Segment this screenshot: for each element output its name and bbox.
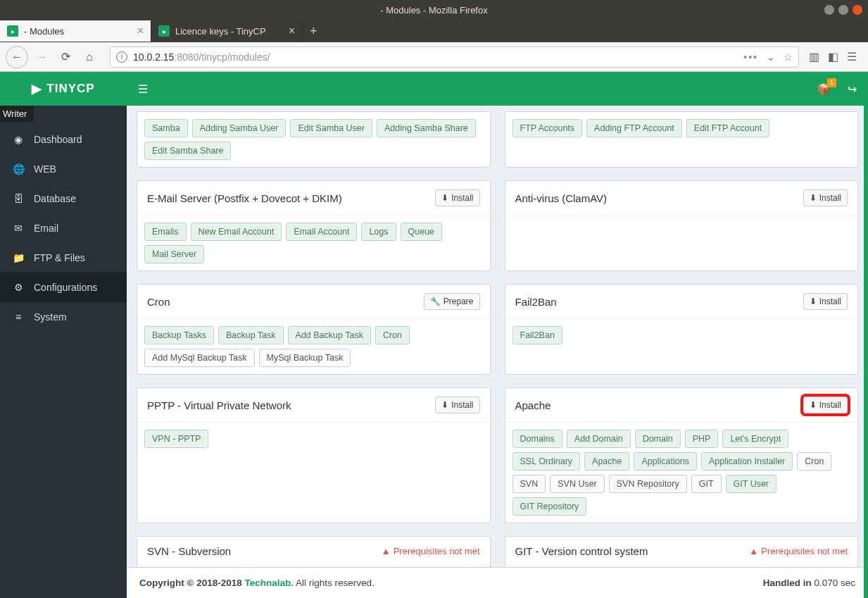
url-bar[interactable]: i 10.0.2.15:8080/tinycp/modules/ ••• ⌄ ☆: [110, 46, 799, 68]
tag-svn[interactable]: SVN: [512, 475, 546, 493]
company-link[interactable]: Technalab.: [245, 578, 294, 588]
menu-icon[interactable]: ☰: [847, 50, 857, 63]
sidebar-item-web[interactable]: 🌐WEB: [0, 154, 127, 184]
tag-domains[interactable]: Domains: [512, 430, 562, 448]
url-host: 10.0.2.15: [133, 51, 174, 63]
home-button[interactable]: ⌂: [79, 46, 100, 68]
tag-edit-samba-share[interactable]: Edit Samba Share: [144, 142, 231, 160]
url-port: :8080: [174, 51, 199, 63]
tag-applications[interactable]: Applications: [634, 452, 696, 471]
tag-emails[interactable]: Emails: [144, 223, 187, 241]
browser-tab-modules[interactable]: ▸ - Modules ×: [0, 20, 151, 42]
nav-icon: ≡: [13, 311, 24, 323]
sidebar: ▶ TINYCP MENU ◉Dashboard🌐WEB🗄Database✉Em…: [0, 72, 127, 598]
brand-text: TINYCP: [46, 82, 94, 96]
tag-application-installer[interactable]: Application Installer: [701, 452, 793, 471]
tag-logs[interactable]: Logs: [361, 223, 396, 241]
brand-logo[interactable]: ▶ TINYCP: [0, 72, 127, 106]
sidebar-item-ftp-files[interactable]: 📁FTP & Files: [0, 243, 127, 273]
tag-mysql-backup-task[interactable]: MySql Backup Task: [259, 349, 351, 367]
sidebar-item-email[interactable]: ✉Email: [0, 213, 127, 243]
pocket-icon[interactable]: ⌄: [767, 51, 775, 63]
back-button[interactable]: ←: [6, 46, 28, 68]
nav-label: System: [34, 311, 67, 323]
card-title: Anti-virus (ClamAV): [515, 192, 608, 204]
install-button[interactable]: ⬇ Install: [803, 397, 848, 413]
tag-edit-ftp-account[interactable]: Edit FTP Account: [686, 119, 769, 137]
tag-new-email-account[interactable]: New Email Account: [191, 223, 282, 241]
tag-ftp-accounts[interactable]: FTP Accounts: [512, 119, 583, 137]
tag-vpn-pptp[interactable]: VPN - PPTP: [144, 430, 208, 448]
forward-button[interactable]: →: [31, 46, 52, 68]
tag-svn-user[interactable]: SVN User: [550, 475, 605, 493]
window-maximize[interactable]: [838, 5, 848, 15]
card-title: GIT - Version control system: [515, 545, 648, 557]
nav-icon: ◉: [13, 134, 24, 145]
tag-cron[interactable]: Cron: [375, 326, 410, 344]
nav-icon: 🌐: [13, 163, 24, 175]
sidebar-item-dashboard[interactable]: ◉Dashboard: [0, 125, 127, 154]
tag-git-user[interactable]: GIT User: [726, 475, 776, 493]
logout-icon[interactable]: ↪: [848, 82, 857, 96]
tag-git[interactable]: GIT: [691, 475, 722, 493]
site-info-icon[interactable]: i: [116, 51, 127, 63]
tag-add-backup-task[interactable]: Add Backup Task: [288, 326, 371, 344]
packages-icon[interactable]: 📦1: [817, 82, 831, 96]
topbar: ☰ 📦1 ↪: [127, 72, 868, 106]
prerequisites-warning: ▲ Prerequisites not met: [382, 546, 480, 556]
window-close[interactable]: [853, 5, 862, 15]
card-pptp: PPTP - Virtual Private Network ⬇ Install…: [137, 387, 491, 523]
tag-samba[interactable]: Samba: [144, 119, 188, 137]
tag-let-s-encrypt[interactable]: Let's Encrypt: [722, 430, 788, 448]
tag-add-domain[interactable]: Add Domain: [567, 430, 631, 448]
install-button[interactable]: ⬇ Install: [803, 189, 848, 206]
scroll-indicator: [864, 106, 868, 598]
tag-fail-ban[interactable]: Fail2Ban: [512, 326, 562, 344]
new-tab-button[interactable]: +: [303, 24, 325, 39]
install-button[interactable]: ⬇ Install: [803, 293, 848, 310]
install-button[interactable]: ⬇ Install: [435, 189, 479, 206]
prepare-button[interactable]: 🔧 Prepare: [424, 293, 480, 310]
nav-label: Database: [34, 193, 76, 204]
tag-adding-samba-share[interactable]: Adding Samba Share: [377, 119, 476, 137]
sidebar-icon[interactable]: ◧: [828, 50, 838, 63]
tag-php[interactable]: PHP: [685, 430, 719, 448]
tab-close-icon[interactable]: ×: [137, 25, 144, 37]
browser-tab-licence[interactable]: ▸ Licence keys - TinyCP ×: [151, 20, 303, 42]
tag-domain[interactable]: Domain: [635, 430, 681, 448]
tab-close-icon[interactable]: ×: [289, 25, 295, 37]
tag-adding-ftp-account[interactable]: Adding FTP Account: [586, 119, 682, 137]
tag-apache[interactable]: Apache: [584, 452, 629, 471]
tag-svn-repository[interactable]: SVN Repository: [609, 475, 687, 493]
window-minimize[interactable]: [824, 5, 834, 15]
tag-ssl-ordinary[interactable]: SSL Ordinary: [512, 452, 581, 471]
sidebar-toggle-icon[interactable]: ☰: [138, 82, 148, 96]
tag-add-mysql-backup-task[interactable]: Add MySql Backup Task: [144, 349, 255, 367]
tag-email-account[interactable]: Email Account: [286, 223, 357, 241]
nav-label: WEB: [34, 163, 56, 175]
tag-mail-server[interactable]: Mail Server: [144, 245, 204, 263]
favicon-icon: ▸: [7, 25, 18, 37]
tag-backup-task[interactable]: Backup Task: [218, 326, 284, 344]
tab-label: - Modules: [24, 26, 64, 37]
card-clamav: Anti-virus (ClamAV) ⬇ Install: [505, 180, 859, 271]
tag-adding-samba-user[interactable]: Adding Samba User: [192, 119, 287, 137]
library-icon[interactable]: ▥: [809, 50, 819, 63]
sidebar-item-configurations[interactable]: ⚙Configurations: [0, 273, 127, 302]
reload-button[interactable]: ⟳: [55, 46, 76, 68]
tag-queue[interactable]: Queue: [401, 223, 443, 241]
tag-cron[interactable]: Cron: [797, 452, 831, 471]
sidebar-item-database[interactable]: 🗄Database: [0, 184, 127, 213]
card-title: Apache: [515, 399, 551, 411]
install-button[interactable]: ⬇ Install: [435, 397, 479, 413]
content-area: SambaAdding Samba UserEdit Samba UserAdd…: [127, 106, 868, 567]
bookmark-star-icon[interactable]: ☆: [784, 51, 793, 63]
card-title: PPTP - Virtual Private Network: [147, 399, 291, 411]
url-path: /tinycp/modules/: [199, 51, 270, 63]
tag-edit-samba-user[interactable]: Edit Samba User: [290, 119, 372, 137]
tag-backup-tasks[interactable]: Backup Tasks: [144, 326, 214, 344]
url-actions-icon[interactable]: •••: [743, 51, 758, 63]
tag-git-repository[interactable]: GIT Repository: [512, 497, 587, 516]
card-apache: Apache ⬇ Install DomainsAdd DomainDomain…: [505, 387, 859, 523]
sidebar-item-system[interactable]: ≡System: [0, 302, 127, 332]
